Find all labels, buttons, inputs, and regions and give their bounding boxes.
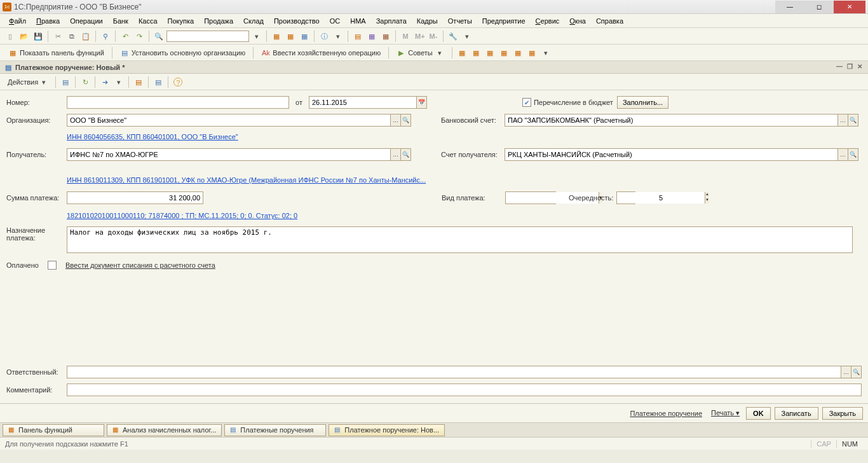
priority-spinner[interactable]: ▲ ▼ bbox=[616, 191, 635, 204]
rec-acc-open-button[interactable]: 🔍 bbox=[848, 148, 858, 161]
menu-service[interactable]: Сервис bbox=[532, 16, 564, 26]
menu-reports[interactable]: Отчеты bbox=[444, 16, 476, 26]
tab-payment-orders[interactable]: ▤Платежные поручения bbox=[224, 424, 326, 436]
purpose-textarea[interactable] bbox=[67, 226, 853, 253]
redo-button[interactable]: ↷ bbox=[133, 30, 146, 43]
menu-file[interactable]: Файл bbox=[5, 16, 30, 26]
org-input[interactable] bbox=[67, 114, 391, 127]
doc-tool-2[interactable]: ▤ bbox=[132, 76, 145, 88]
new-doc-button[interactable]: ▯ bbox=[4, 30, 17, 43]
enter-op-button[interactable]: AkВвести хозяйственную операцию bbox=[257, 46, 385, 59]
paid-link[interactable]: Ввести документ списания с расчетного сч… bbox=[65, 261, 215, 269]
org-link[interactable]: ИНН 8604056635, КПП 860401001, ООО "В Би… bbox=[67, 133, 238, 141]
tool-1[interactable]: ▦ bbox=[270, 30, 283, 43]
m-minus-button[interactable]: M- bbox=[427, 30, 440, 43]
m-button[interactable]: M bbox=[399, 30, 412, 43]
window-maximize-button[interactable]: ◻ bbox=[804, 1, 834, 13]
doc-help[interactable]: ? bbox=[172, 76, 184, 88]
paid-checkbox[interactable] bbox=[48, 261, 57, 270]
doc-tool-3[interactable]: ▤ bbox=[152, 76, 165, 88]
menu-help[interactable]: Справка bbox=[592, 16, 627, 26]
window-minimize-button[interactable]: — bbox=[775, 1, 804, 13]
priority-input[interactable] bbox=[617, 192, 705, 204]
copy-button[interactable]: ⧉ bbox=[65, 30, 78, 43]
menu-sale[interactable]: Продажа bbox=[200, 16, 237, 26]
settings-dropdown[interactable]: ▾ bbox=[461, 30, 473, 43]
show-panel-button[interactable]: ▦Показать панель функций bbox=[4, 46, 109, 59]
calendar-button[interactable]: ▦ bbox=[379, 30, 392, 43]
save-button[interactable]: 💾 bbox=[32, 30, 44, 43]
fill-button[interactable]: Заполнить... bbox=[617, 96, 668, 109]
report-4[interactable]: ▦ bbox=[498, 46, 510, 59]
priority-up[interactable]: ▲ bbox=[705, 192, 709, 198]
ok-button[interactable]: OK bbox=[746, 407, 771, 420]
recipient-open-button[interactable]: 🔍 bbox=[401, 148, 411, 161]
print-button[interactable]: Печать ▾ bbox=[709, 409, 742, 417]
tab-tax-analysis[interactable]: ▦Анализ начисленных налог... bbox=[107, 424, 222, 436]
date-picker-button[interactable]: 📅 bbox=[417, 96, 427, 109]
zoom-button[interactable]: 🔍 bbox=[153, 30, 165, 43]
find-button[interactable]: ⚲ bbox=[99, 30, 112, 43]
menu-nma[interactable]: НМА bbox=[346, 16, 369, 26]
save-button-form[interactable]: Записать bbox=[775, 407, 818, 420]
bank-select-button[interactable]: … bbox=[838, 114, 848, 127]
menu-cash[interactable]: Касса bbox=[135, 16, 161, 26]
responsible-select-button[interactable]: … bbox=[841, 366, 851, 378]
rec-acc-select-button[interactable]: … bbox=[838, 148, 848, 161]
actions-button[interactable]: Действия▾ bbox=[4, 76, 52, 88]
advice-button[interactable]: ▶Советы▾ bbox=[392, 46, 448, 59]
report-6[interactable]: ▦ bbox=[526, 46, 538, 59]
search-input[interactable] bbox=[166, 31, 249, 42]
menu-salary[interactable]: Зарплата bbox=[372, 16, 410, 26]
number-input[interactable] bbox=[67, 96, 289, 109]
responsible-input[interactable] bbox=[67, 366, 841, 378]
recipient-input[interactable] bbox=[67, 148, 391, 161]
org-open-button[interactable]: 🔍 bbox=[401, 114, 411, 127]
report-dropdown[interactable]: ▾ bbox=[539, 46, 552, 59]
doc-goto[interactable]: ➜ bbox=[98, 76, 111, 88]
m-plus-button[interactable]: M+ bbox=[413, 30, 426, 43]
menu-edit[interactable]: Правка bbox=[32, 16, 64, 26]
recipient-select-button[interactable]: … bbox=[391, 148, 401, 161]
close-button-form[interactable]: Закрыть bbox=[822, 407, 863, 420]
set-org-button[interactable]: ▤Установить основную организацию bbox=[116, 46, 250, 59]
doc-name-link[interactable]: Платежное поручение bbox=[627, 410, 705, 417]
info-button[interactable]: ⓘ bbox=[318, 30, 330, 43]
doc-refresh[interactable]: ↻ bbox=[79, 76, 92, 88]
doc-minimize-button[interactable]: — bbox=[835, 63, 844, 72]
tool-3[interactable]: ▦ bbox=[298, 30, 311, 43]
rec-acc-input[interactable] bbox=[505, 148, 838, 161]
tab-payment-order-new[interactable]: ▤Платежное поручение: Нов... bbox=[329, 424, 445, 436]
paste-button[interactable]: 📋 bbox=[79, 30, 92, 43]
org-select-button[interactable]: … bbox=[391, 114, 401, 127]
doc-tool-1[interactable]: ▤ bbox=[59, 76, 72, 88]
menu-warehouse[interactable]: Склад bbox=[240, 16, 268, 26]
kbk-link[interactable]: 18210102010011000110; 71874000 ; ТП; МС.… bbox=[67, 212, 297, 219]
report-2[interactable]: ▦ bbox=[470, 46, 482, 59]
open-button[interactable]: 📂 bbox=[18, 30, 31, 43]
menu-bank[interactable]: Банк bbox=[109, 16, 132, 26]
doc-close-button[interactable]: ✕ bbox=[855, 63, 864, 72]
date-input[interactable] bbox=[309, 96, 417, 109]
menu-enterprise[interactable]: Предприятие bbox=[478, 16, 529, 26]
menu-production[interactable]: Производство bbox=[270, 16, 323, 26]
recipient-link[interactable]: ИНН 8619011309, КПП 861901001, УФК по ХМ… bbox=[67, 176, 426, 184]
menu-windows[interactable]: Окна bbox=[566, 16, 590, 26]
doc-restore-button[interactable]: ❐ bbox=[845, 63, 854, 72]
tab-panel-functions[interactable]: ▦Панель функций bbox=[3, 424, 104, 436]
menu-os[interactable]: ОС bbox=[326, 16, 344, 26]
report-5[interactable]: ▦ bbox=[512, 46, 524, 59]
responsible-open-button[interactable]: 🔍 bbox=[851, 366, 862, 378]
pay-kind-combo[interactable]: ▾ bbox=[505, 191, 556, 204]
undo-button[interactable]: ↶ bbox=[119, 30, 132, 43]
priority-down[interactable]: ▼ bbox=[705, 198, 709, 204]
settings-button[interactable]: 🔧 bbox=[447, 30, 459, 43]
report-1[interactable]: ▦ bbox=[456, 46, 468, 59]
cut-button[interactable]: ✂ bbox=[51, 30, 64, 43]
budget-checkbox[interactable] bbox=[522, 98, 531, 107]
info-dropdown[interactable]: ▾ bbox=[332, 30, 344, 43]
bank-open-button[interactable]: 🔍 bbox=[848, 114, 858, 127]
tool-2[interactable]: ▦ bbox=[284, 30, 297, 43]
doc-goto-dropdown[interactable]: ▾ bbox=[112, 76, 125, 88]
tool-4[interactable]: ▤ bbox=[351, 30, 364, 43]
